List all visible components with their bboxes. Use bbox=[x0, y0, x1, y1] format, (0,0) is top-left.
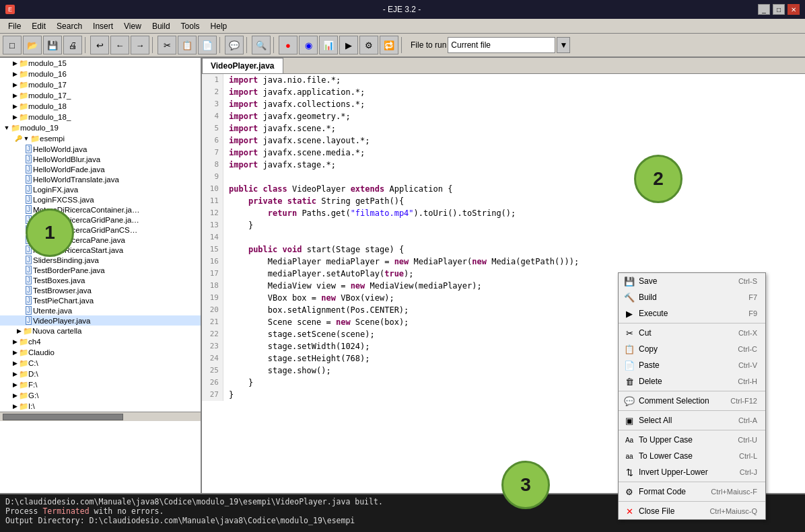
tree-item-modulo17u[interactable]: ▶ 📁 modulo_17_ bbox=[0, 90, 201, 101]
tree-item-motorestart[interactable]: J MotoreDiRicercaStart.java bbox=[0, 245, 201, 255]
toolbar-reload[interactable]: ↩ bbox=[90, 36, 109, 54]
menu-view[interactable]: View bbox=[118, 20, 147, 32]
window-title: - EJE 3.2 - bbox=[46, 5, 758, 14]
tree-item-motorecontainer[interactable]: J MotoreDiRicercaContainer.ja… bbox=[0, 204, 201, 215]
context-menu: 💾Save Ctrl-S 🔨Build F7 ▶Execute F9 ✂Cut … bbox=[618, 272, 766, 520]
toolbar-new[interactable]: □ bbox=[3, 36, 22, 54]
code-line-14: 14 bbox=[202, 231, 805, 243]
tree-item-loginfxcss[interactable]: J LoginFXCSS.java bbox=[0, 194, 201, 204]
toolbar-cut[interactable]: ✂ bbox=[158, 36, 176, 54]
toolbar-save[interactable]: 💾 bbox=[43, 36, 62, 54]
java-file-icon: J bbox=[26, 286, 32, 295]
ctx-lowercase[interactable]: aaTo Lower Case Ctrl-L bbox=[619, 448, 765, 464]
java-file-icon: J bbox=[26, 145, 32, 153]
run-dropdown[interactable]: ▼ bbox=[557, 37, 570, 53]
ctx-selectall[interactable]: ▣Select All Ctrl-A bbox=[619, 412, 765, 428]
folder-icon: 📁 bbox=[19, 391, 28, 400]
toolbar-circle[interactable]: ◉ bbox=[299, 36, 318, 54]
tree-item-loginfx[interactable]: J LoginFX.java bbox=[0, 184, 201, 194]
run-file-input[interactable] bbox=[448, 37, 555, 53]
tree-item-d[interactable]: ▶ 📁 D:\ bbox=[0, 369, 201, 379]
tree-item-videoplayer[interactable]: J VideoPlayer.java bbox=[0, 315, 201, 326]
tree-item-helloworldfade[interactable]: J HelloWorldFade.java bbox=[0, 164, 201, 174]
ctx-save[interactable]: 💾Save Ctrl-S bbox=[619, 273, 765, 289]
tree-item-utente[interactable]: J Utente.java bbox=[0, 305, 201, 315]
tree-item-helloworld[interactable]: J HelloWorld.java bbox=[0, 144, 201, 154]
menu-tools[interactable]: Tools bbox=[176, 20, 205, 32]
ctx-sep1 bbox=[619, 323, 765, 324]
tree-scrollbar-h[interactable] bbox=[0, 412, 201, 421]
toolbar-copy[interactable]: 📋 bbox=[178, 36, 197, 54]
tree-item-modulo18[interactable]: ▶ 📁 modulo_18 bbox=[0, 101, 201, 112]
ctx-copy[interactable]: 📋Copy Ctrl-C bbox=[619, 341, 765, 357]
toolbar-stop[interactable]: ● bbox=[279, 36, 298, 54]
tree-item-motoregridpanecs[interactable]: J MotoreDiRicercaGridPanCS… bbox=[0, 225, 201, 235]
menu-help[interactable]: Help bbox=[205, 20, 233, 32]
toolbar-paste[interactable]: 📄 bbox=[198, 36, 217, 54]
java-file-icon: J bbox=[26, 316, 32, 325]
tree-item-testbrowser[interactable]: J TestBrowser.java bbox=[0, 285, 201, 295]
comment-icon: 💬 bbox=[624, 395, 635, 406]
menu-insert[interactable]: Insert bbox=[88, 20, 118, 32]
tree-item-modulo15[interactable]: ▶ 📁 modulo_15 bbox=[0, 58, 201, 69]
tree-item-i[interactable]: ▶ 📁 I:\ bbox=[0, 401, 201, 412]
ctx-uppercase[interactable]: AaTo Upper Case Ctrl-U bbox=[619, 432, 765, 448]
ctx-delete[interactable]: 🗑Delete Ctrl-H bbox=[619, 373, 765, 389]
sep3 bbox=[219, 37, 222, 53]
minimize-button[interactable]: _ bbox=[758, 4, 770, 15]
folder-icon: 📁 bbox=[19, 358, 28, 368]
toolbar-back[interactable]: ← bbox=[110, 36, 129, 54]
ctx-sep3 bbox=[619, 410, 765, 411]
folder-icon: 📁 bbox=[19, 102, 28, 111]
toolbar-forward[interactable]: → bbox=[131, 36, 149, 54]
tree-item-helloworldblur[interactable]: J HelloWorldBlur.java bbox=[0, 154, 201, 164]
close-button[interactable]: ✕ bbox=[788, 4, 800, 15]
ctx-build[interactable]: 🔨Build F7 bbox=[619, 289, 765, 305]
tree-item-testboxes[interactable]: J TestBoxes.java bbox=[0, 275, 201, 285]
tree-item-ch4[interactable]: ▶ 📁 ch4 bbox=[0, 336, 201, 347]
code-line-8: 8 import javafx.stage.*; bbox=[202, 159, 805, 171]
ctx-formatcode[interactable]: ⚙Format Code Ctrl+Maiusc-F bbox=[619, 484, 765, 500]
toolbar-print[interactable]: 🖨 bbox=[63, 36, 82, 54]
code-line-13: 13 } bbox=[202, 219, 805, 231]
tree-item-g[interactable]: ▶ 📁 G:\ bbox=[0, 390, 201, 401]
ctx-cut[interactable]: ✂Cut Ctrl-X bbox=[619, 325, 765, 341]
menu-file[interactable]: File bbox=[3, 20, 26, 32]
tree-item-c[interactable]: ▶ 📁 C:\ bbox=[0, 358, 201, 369]
sep5 bbox=[273, 37, 276, 53]
sep1 bbox=[85, 37, 88, 53]
ctx-invertcase[interactable]: ⇅Invert Upper-Lower Ctrl-J bbox=[619, 464, 765, 480]
toolbar-comment[interactable]: 💬 bbox=[225, 36, 244, 54]
tree-item-esempi[interactable]: 🔑 ▼ 📁 esempi bbox=[0, 133, 201, 144]
ctx-closefile[interactable]: ✕Close File Ctrl+Maiusc-Q bbox=[619, 503, 765, 519]
ctx-execute[interactable]: ▶Execute F9 bbox=[619, 305, 765, 321]
tree-item-motorepane[interactable]: J MotoreDiRicercaPane.java bbox=[0, 235, 201, 245]
tree-item-nuovacartella[interactable]: ▶ 📁 Nuova cartella bbox=[0, 326, 201, 336]
tree-item-motoregridpane[interactable]: J MotoreDiRicercaGridPane.ja… bbox=[0, 215, 201, 225]
toolbar-open[interactable]: 📂 bbox=[23, 36, 42, 54]
menu-search[interactable]: Search bbox=[51, 20, 88, 32]
tree-item-testborderpane[interactable]: J TestBorderPane.java bbox=[0, 265, 201, 275]
tree-item-f[interactable]: ▶ 📁 F:\ bbox=[0, 379, 201, 390]
tree-item-testpiechart[interactable]: J TestPieChart.java bbox=[0, 295, 201, 305]
toolbar-run[interactable]: ▶ bbox=[339, 36, 358, 54]
code-line-9: 9 bbox=[202, 171, 805, 183]
tree-item-modulo19[interactable]: ▼ 📁 modulo_19 bbox=[0, 122, 201, 133]
toolbar-debug[interactable]: ⚙ bbox=[359, 36, 378, 54]
tree-item-helloworldtranslate[interactable]: J HelloWorldTranslate.java bbox=[0, 174, 201, 184]
tree-item-claudio[interactable]: ▶ 📁 Claudio bbox=[0, 347, 201, 358]
menu-build[interactable]: Build bbox=[147, 20, 176, 32]
tree-item-slidersbinding[interactable]: J SlidersBinding.java bbox=[0, 255, 201, 265]
tree-item-modulo18u[interactable]: ▶ 📁 modulo_18_ bbox=[0, 112, 201, 122]
tree-item-modulo16[interactable]: ▶ 📁 modulo_16 bbox=[0, 69, 201, 79]
maximize-button[interactable]: □ bbox=[773, 4, 785, 15]
ctx-comment[interactable]: 💬Comment Selection Ctrl-F12 bbox=[619, 393, 765, 409]
tree-item-modulo17[interactable]: ▶ 📁 modulo_17 bbox=[0, 79, 201, 90]
tab-videoplayer[interactable]: VideoPlayer.java bbox=[202, 58, 283, 73]
toolbar-search[interactable]: 🔍 bbox=[252, 36, 271, 54]
toolbar-chart[interactable]: 📊 bbox=[319, 36, 338, 54]
toolbar-repeat[interactable]: 🔁 bbox=[380, 36, 398, 54]
menu-edit[interactable]: Edit bbox=[26, 20, 51, 32]
ctx-paste[interactable]: 📄Paste Ctrl-V bbox=[619, 357, 765, 373]
lowercase-icon: aa bbox=[624, 451, 635, 461]
